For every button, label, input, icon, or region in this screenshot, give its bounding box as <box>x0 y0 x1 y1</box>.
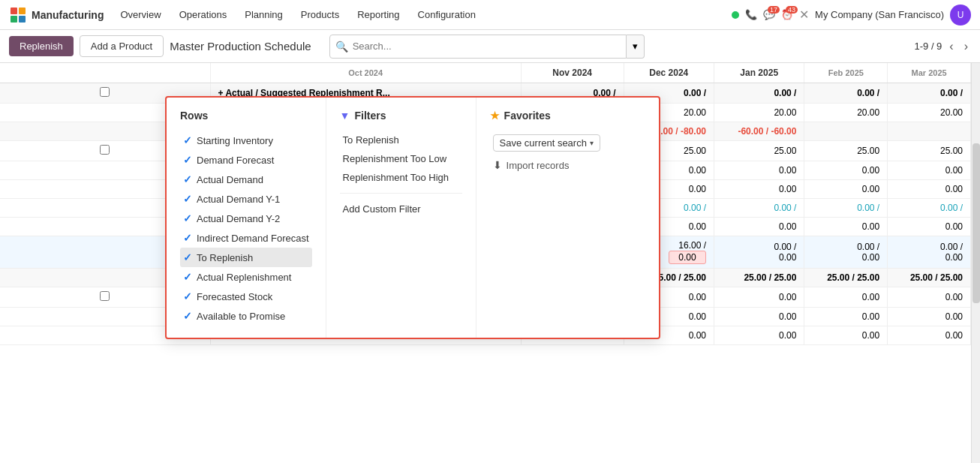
nav-configuration[interactable]: Configuration <box>410 6 483 23</box>
svg-rect-1 <box>19 8 26 14</box>
row-item-starting-inventory[interactable]: ✓ Starting Inventory <box>180 131 312 150</box>
import-records[interactable]: ⬇ Import records <box>490 155 612 175</box>
save-search-arrow: ▾ <box>590 139 594 147</box>
user-avatar[interactable]: U <box>950 5 971 26</box>
filter-item-label: To Replenish <box>343 134 399 146</box>
save-search-button[interactable]: Save current search ▾ <box>493 134 600 152</box>
col-header-jan: Jan 2025 <box>714 63 804 83</box>
col-header-name <box>0 63 210 83</box>
import-label: Import records <box>507 160 570 171</box>
row-item-actual-demand[interactable]: ✓ Actual Demand <box>180 170 312 189</box>
nav-planning[interactable]: Planning <box>237 6 290 23</box>
company-name[interactable]: My Company (San Francisco) <box>815 9 944 20</box>
filter-icon: ▼ <box>340 110 350 122</box>
check-icon: ✓ <box>183 232 192 244</box>
filter-to-replenish[interactable]: To Replenish <box>340 131 462 149</box>
action-bar: Replenish Add a Product Master Productio… <box>0 30 980 63</box>
col-header-dec: Dec 2024 <box>624 63 714 83</box>
row-item-label: Actual Demand Y-1 <box>197 194 280 205</box>
pagination: 1-9 / 9 ‹ › <box>914 38 971 55</box>
pagination-next[interactable]: › <box>961 38 971 55</box>
replenish-button[interactable]: Replenish <box>9 36 74 56</box>
row-item-actual-demand-y2[interactable]: ✓ Actual Demand Y-2 <box>180 209 312 228</box>
row-value-dec: 0.00 / <box>714 83 804 104</box>
row-item-available-to-promise[interactable]: ✓ Available to Promise <box>180 306 312 326</box>
col-header-mar: Mar 2025 <box>888 63 971 83</box>
scrollbar-thumb[interactable] <box>972 143 980 303</box>
filters-section: ▼ Filters To Replenish Replenishment Too… <box>326 98 476 338</box>
phone-icon-wrap[interactable]: 📞 <box>745 9 757 20</box>
clock-badge: 43 <box>786 6 798 14</box>
row-item-label: Actual Replenishment <box>197 272 291 283</box>
chat-icon-wrap[interactable]: 💬 17 <box>763 9 775 20</box>
close-icon[interactable]: ✕ <box>799 8 809 22</box>
chat-badge: 17 <box>768 6 780 14</box>
check-icon: ✓ <box>183 134 192 146</box>
filter-item-label: Replenishment Too Low <box>343 153 447 164</box>
favorites-title: ★ Favorites <box>490 110 612 122</box>
row-item-label: Demand Forecast <box>197 155 274 166</box>
search-dropdown-panel: Rows ✓ Starting Inventory ✓ Demand Forec… <box>165 96 660 339</box>
search-icon: 🔍 <box>335 41 348 53</box>
row-value-feb: 0.00 / <box>888 83 971 104</box>
row-item-demand-forecast[interactable]: ✓ Demand Forecast <box>180 150 312 170</box>
save-search-label: Save current search <box>500 137 587 149</box>
svg-rect-2 <box>11 16 17 23</box>
app-name: Manufacturing <box>32 9 104 21</box>
top-nav: Manufacturing Overview Operations Planni… <box>0 0 980 30</box>
save-current-search[interactable]: Save current search ▾ <box>490 131 612 155</box>
nav-overview[interactable]: Overview <box>113 6 168 23</box>
row-item-actual-replenishment[interactable]: ✓ Actual Replenishment <box>180 267 312 287</box>
check-icon: ✓ <box>183 193 192 205</box>
check-icon: ✓ <box>183 290 192 302</box>
rows-title: Rows <box>180 110 312 122</box>
nav-reporting[interactable]: Reporting <box>350 6 407 23</box>
favorites-section: ★ Favorites Save current search ▾ ⬇ Impo… <box>476 98 626 338</box>
check-icon: ✓ <box>183 154 192 166</box>
row-item-indirect-demand[interactable]: ✓ Indirect Demand Forecast <box>180 228 312 248</box>
check-icon: ✓ <box>183 251 192 263</box>
row-checkbox[interactable] <box>100 87 110 97</box>
scrollbar[interactable] <box>971 63 980 463</box>
check-icon: ✓ <box>183 310 192 322</box>
svg-rect-0 <box>11 8 17 14</box>
search-container: 🔍 ▾ <box>329 35 645 59</box>
pagination-text: 1-9 / 9 <box>914 41 942 52</box>
row-item-label: Indirect Demand Forecast <box>197 233 309 244</box>
row-checkbox[interactable] <box>100 145 110 155</box>
pagination-prev[interactable]: ‹ <box>946 38 956 55</box>
app-logo[interactable]: Manufacturing <box>9 6 104 24</box>
filter-item-label: Replenishment Too High <box>343 172 449 183</box>
svg-rect-3 <box>19 16 26 23</box>
nav-products[interactable]: Products <box>293 6 347 23</box>
filter-divider <box>340 193 462 194</box>
rows-section: Rows ✓ Starting Inventory ✓ Demand Forec… <box>167 98 326 338</box>
search-input[interactable] <box>329 35 627 59</box>
row-item-label: Actual Demand Y-2 <box>197 213 280 224</box>
row-item-forecasted-stock[interactable]: ✓ Forecasted Stock <box>180 287 312 306</box>
filter-replenishment-too-high[interactable]: Replenishment Too High <box>340 168 462 187</box>
check-icon: ✓ <box>183 212 192 224</box>
col-header-nov: Nov 2024 <box>521 63 624 83</box>
check-icon: ✓ <box>183 271 192 283</box>
nav-operations[interactable]: Operations <box>172 6 235 23</box>
row-item-label: To Replenish <box>197 252 253 263</box>
clock-icon-wrap[interactable]: ⏰ 43 <box>781 9 793 20</box>
import-icon: ⬇ <box>493 159 502 171</box>
check-icon: ✓ <box>183 173 192 185</box>
page-title: Master Production Schedule <box>170 40 311 53</box>
row-item-to-replenish[interactable]: ✓ To Replenish <box>180 248 312 267</box>
add-custom-filter[interactable]: Add Custom Filter <box>340 200 462 218</box>
replenish-input-2[interactable]: 0.00 <box>669 251 706 264</box>
filter-replenishment-too-low[interactable]: Replenishment Too Low <box>340 149 462 168</box>
filters-title: ▼ Filters <box>340 110 462 122</box>
add-product-button[interactable]: Add a Product <box>80 35 164 57</box>
col-header-prev3: Oct 2024 <box>210 63 521 83</box>
row-item-actual-demand-y1[interactable]: ✓ Actual Demand Y-1 <box>180 189 312 209</box>
custom-filter-label: Add Custom Filter <box>343 203 421 215</box>
row-checkbox[interactable] <box>100 291 110 301</box>
main-area: Oct 2024 Nov 2024 Dec 2024 Jan 2025 Feb … <box>0 63 980 463</box>
row-item-label: Available to Promise <box>197 311 285 322</box>
row-value-jan: 0.00 / <box>804 83 888 104</box>
search-dropdown-button[interactable]: ▾ <box>627 35 645 59</box>
